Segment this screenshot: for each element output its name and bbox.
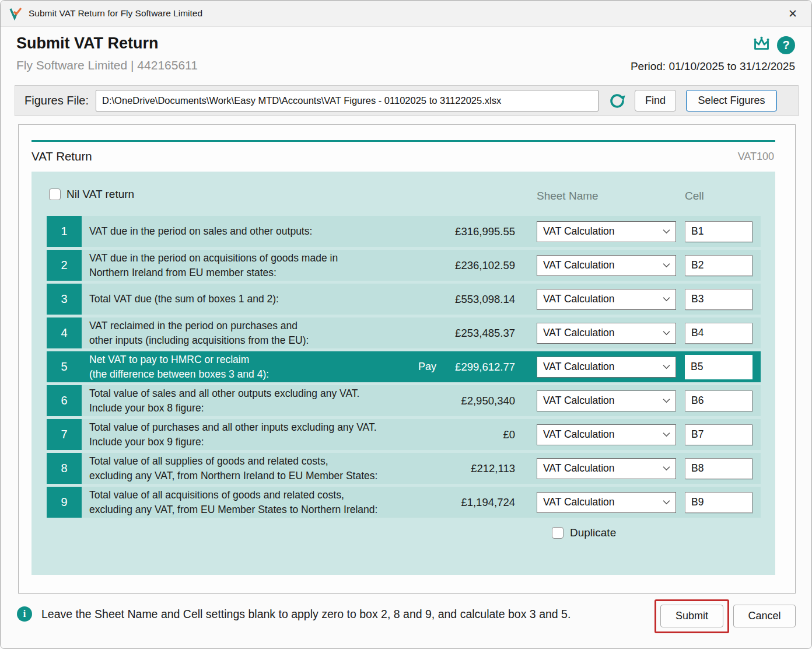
cell-input[interactable] <box>685 221 752 242</box>
chevron-down-icon <box>663 263 670 268</box>
section-title: VAT Return <box>32 149 92 163</box>
chevron-down-icon <box>663 398 670 403</box>
box-number: 8 <box>47 453 82 484</box>
figures-file-bar: Figures File: Find Select Figures <box>15 85 799 116</box>
section-divider <box>32 140 775 142</box>
help-icon[interactable]: ? <box>777 36 795 54</box>
chevron-down-icon <box>663 432 670 437</box>
nil-vat-return-label: Nil VAT return <box>66 188 134 201</box>
row-description: Net VAT to pay to HMRC or reclaim(the di… <box>82 353 413 381</box>
cell-input[interactable] <box>685 323 752 344</box>
box-number: 1 <box>47 216 82 247</box>
vat-row: 4 VAT reclaimed in the period on purchas… <box>47 317 761 348</box>
form-code-label: VAT100 <box>738 151 774 163</box>
cell-input[interactable] <box>685 492 752 513</box>
cell-input[interactable] <box>685 289 752 310</box>
sheet-select-value: VAT Calculation <box>543 361 615 373</box>
close-icon[interactable]: ✕ <box>781 4 804 23</box>
cell-input[interactable] <box>685 355 752 379</box>
refresh-icon[interactable] <box>607 90 628 111</box>
title-bar: Submit VAT Return for Fly Software Limit… <box>1 1 812 27</box>
sheet-select-value: VAT Calculation <box>543 395 615 407</box>
sheet-name-select[interactable]: VAT Calculation <box>537 255 676 276</box>
sheet-select-value: VAT Calculation <box>543 462 615 474</box>
row-tag: Pay <box>413 361 436 373</box>
nil-vat-return-checkbox[interactable] <box>49 189 61 200</box>
crown-icon[interactable] <box>752 34 771 56</box>
sheet-name-select[interactable]: VAT Calculation <box>537 357 676 378</box>
sheet-name-select[interactable]: VAT Calculation <box>537 390 676 411</box>
sheet-select-value: VAT Calculation <box>543 496 615 508</box>
chevron-down-icon <box>663 364 670 369</box>
row-amount: £0 <box>436 428 515 441</box>
chevron-down-icon <box>663 296 670 302</box>
row-description: Total VAT due (the sum of boxes 1 and 2)… <box>82 292 413 306</box>
row-amount: £299,612.77 <box>436 361 515 374</box>
submit-button[interactable]: Submit <box>660 605 723 627</box>
cell-input[interactable] <box>685 390 752 411</box>
cell-input[interactable] <box>685 424 752 445</box>
vat-row: 3 Total VAT due (the sum of boxes 1 and … <box>47 284 761 315</box>
row-description: Total value of sales and all other outpu… <box>82 386 413 414</box>
sheet-select-value: VAT Calculation <box>543 428 615 441</box>
vat-row: 6 Total value of sales and all other out… <box>47 385 761 416</box>
box-number: 2 <box>47 250 82 281</box>
sheet-name-select[interactable]: VAT Calculation <box>537 458 676 479</box>
row-amount: £1,194,724 <box>436 496 515 509</box>
row-amount: £316,995.55 <box>436 225 515 238</box>
row-amount: £253,485.37 <box>436 327 515 340</box>
cancel-button[interactable]: Cancel <box>733 605 796 627</box>
figures-file-label: Figures File: <box>24 94 89 107</box>
info-text: Leave the Sheet Name and Cell settings b… <box>41 608 570 621</box>
select-figures-button[interactable]: Select Figures <box>686 90 777 111</box>
cell-input[interactable] <box>685 255 752 276</box>
box-number: 6 <box>47 385 82 416</box>
sheet-name-select[interactable]: VAT Calculation <box>537 289 676 310</box>
vat-row: 7 Total value of purchases and all other… <box>47 419 761 450</box>
duplicate-checkbox[interactable] <box>552 527 564 539</box>
row-amount: £2,950,340 <box>436 395 515 407</box>
sheet-select-value: VAT Calculation <box>543 225 615 238</box>
chevron-down-icon <box>663 500 670 505</box>
row-description: Total value of purchases and all other i… <box>82 420 413 448</box>
row-amount: £236,102.59 <box>436 259 515 272</box>
sheet-select-value: VAT Calculation <box>543 327 615 339</box>
column-header-cell: Cell <box>685 190 704 203</box>
box-number: 9 <box>47 487 82 518</box>
row-description: Total value of all acquisitions of goods… <box>82 488 413 516</box>
column-header-sheet-name: Sheet Name <box>537 190 598 203</box>
page-title: Submit VAT Return <box>16 34 159 53</box>
cell-input[interactable] <box>685 458 752 479</box>
info-icon: i <box>17 606 32 622</box>
vat-row: 2 VAT due in the period on acquisitions … <box>47 250 761 281</box>
duplicate-label: Duplicate <box>570 526 616 539</box>
vat-row: 9 Total value of all acquisitions of goo… <box>47 487 761 518</box>
row-description: Total value of all supplies of goods and… <box>82 454 413 482</box>
sheet-name-select[interactable]: VAT Calculation <box>537 424 676 445</box>
figures-file-input[interactable] <box>96 90 598 111</box>
chevron-down-icon <box>663 229 670 234</box>
window-title: Submit VAT Return for Fly Software Limit… <box>29 8 202 19</box>
row-description: VAT due in the period on acquisitions of… <box>82 251 413 279</box>
row-amount: £212,113 <box>436 462 515 475</box>
chevron-down-icon <box>663 330 670 336</box>
app-logo-icon <box>9 6 23 20</box>
vat-rows: 1 VAT due in the period on sales and oth… <box>47 216 761 521</box>
vat-row: 8 Total value of all supplies of goods a… <box>47 453 761 484</box>
vat-row: 1 VAT due in the period on sales and oth… <box>47 216 761 247</box>
sheet-name-select[interactable]: VAT Calculation <box>537 323 676 344</box>
vat-return-section: VAT Return VAT100 Nil VAT return Sheet N… <box>18 124 796 594</box>
sheet-select-value: VAT Calculation <box>543 293 615 305</box>
row-description: VAT due in the period on sales and other… <box>82 224 413 238</box>
business-subtitle: Fly Software Limited | 442165611 <box>16 58 198 72</box>
period-label: Period: 01/10/2025 to 31/12/2025 <box>631 60 795 73</box>
sheet-name-select[interactable]: VAT Calculation <box>537 492 676 513</box>
row-description: VAT reclaimed in the period on purchases… <box>82 319 413 347</box>
vat-form-panel: Nil VAT return Sheet Name Cell 1 VAT due… <box>32 172 775 575</box>
row-amount: £553,098.14 <box>436 293 515 306</box>
sheet-select-value: VAT Calculation <box>543 259 615 271</box>
box-number: 3 <box>47 284 82 315</box>
find-button[interactable]: Find <box>635 90 676 111</box>
sheet-name-select[interactable]: VAT Calculation <box>537 221 676 242</box>
chevron-down-icon <box>663 466 670 471</box>
